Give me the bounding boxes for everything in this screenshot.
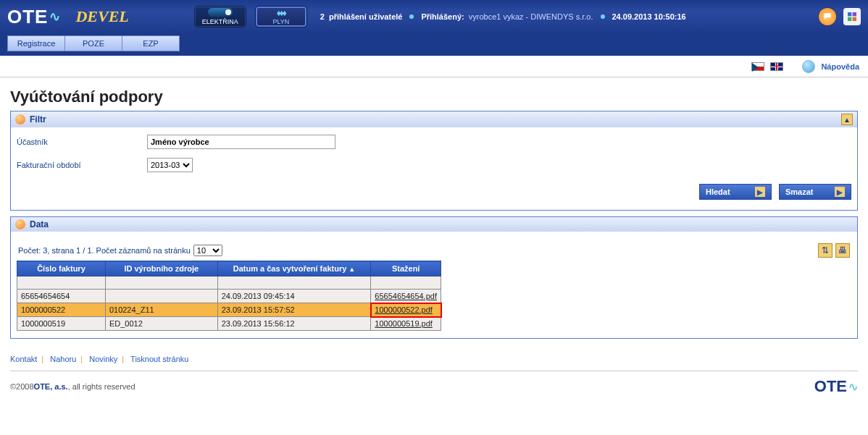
table-cell: ED_0012 [105, 317, 217, 331]
widgets-icon[interactable] [843, 8, 861, 25]
table-meta: Počet: 3, strana 1 / 1. Počet záznamů na… [17, 239, 851, 261]
col-source[interactable]: ID výrobního zdroje [105, 261, 217, 276]
download-link[interactable]: 1000000519.pdf [375, 319, 433, 328]
table-cell: 1000000519 [17, 317, 106, 331]
footer-link-news[interactable]: Novinky [89, 355, 117, 363]
svg-rect-1 [853, 12, 856, 16]
download-link[interactable]: 65654654654.pdf [375, 292, 437, 300]
table-row[interactable]: 1000000519ED_001223.09.2013 15:56:121000… [17, 317, 441, 331]
drop-icon: ♦♦♦ [277, 8, 285, 18]
col-created[interactable]: Datum a čas vytvoření faktury▲ [217, 261, 371, 276]
tab-electricity[interactable]: ELEKTŘINA [194, 6, 246, 28]
footer-links: Kontakt| Nahoru| Novinky| Tisknout strán… [10, 345, 858, 371]
export-icon[interactable]: ⇅ [818, 243, 832, 258]
sort-asc-icon: ▲ [349, 266, 355, 273]
print-icon[interactable]: 🖶 [835, 243, 850, 258]
filter-created[interactable] [217, 276, 371, 290]
svg-rect-3 [853, 17, 856, 21]
col-invoice[interactable]: Číslo faktury [17, 261, 106, 276]
period-label: Fakturační období [17, 161, 147, 169]
main-nav: Registrace POZE EZP [0, 33, 868, 56]
data-panel-header: Data [11, 217, 857, 232]
search-button[interactable]: Hledat ▶ [699, 184, 772, 200]
copyright: ©2008 OTE, a.s. , all rights reserved OT… [10, 371, 858, 402]
utility-strip: Nápověda [0, 56, 868, 77]
filter-heading: Filtr [30, 114, 46, 124]
tab-gas-label: PLYN [272, 18, 289, 25]
participant-label: Účastník [17, 138, 147, 146]
filter-panel: Filtr ▲ Účastník Fakturační období 2013-… [10, 111, 858, 211]
clear-button[interactable]: Smazat ▶ [779, 184, 851, 200]
data-panel-body: Počet: 3, strana 1 / 1. Počet záznamů na… [11, 232, 857, 338]
arrow-icon: ▶ [835, 187, 845, 197]
svg-rect-0 [848, 12, 851, 16]
table-row[interactable]: 1000000522010224_Z1123.09.2013 15:57:521… [17, 303, 441, 317]
panel-orb-icon [15, 219, 25, 229]
footer-link-contact[interactable]: Kontakt [10, 355, 37, 363]
page-size-select[interactable]: 10 [193, 245, 222, 256]
table-cell: 65654654654 [17, 290, 106, 303]
table-cell[interactable]: 65654654654.pdf [371, 290, 441, 303]
logo-text: OTE [7, 6, 48, 28]
filter-panel-header: Filtr ▲ [11, 111, 857, 127]
tab-gas[interactable]: ♦♦♦ PLYN [255, 6, 307, 28]
copy-rest: , all rights reserved [68, 382, 135, 391]
header-actions [819, 8, 861, 25]
lang-cz-icon[interactable] [751, 62, 764, 71]
table-cell: 24.09.2013 09:45:14 [217, 290, 371, 303]
user-name: vyrobce1 vykaz - DIWENDYS s.r.o. [469, 12, 593, 21]
filter-panel-body: Účastník Fakturační období 2013-03 Hleda… [11, 127, 857, 210]
separator-icon [409, 14, 414, 19]
period-select[interactable]: 2013-03 [147, 158, 193, 172]
download-link[interactable]: 1000000522.pdf [375, 305, 433, 314]
copy-year: ©2008 [10, 382, 34, 391]
user-label: Přihlášený: [421, 12, 464, 21]
server-time: 24.09.2013 10:50:16 [612, 12, 686, 21]
page-body: Vyúčtování podpory Filtr ▲ Účastník Fakt… [0, 77, 868, 416]
filter-invoice[interactable] [17, 276, 106, 290]
tab-electricity-label: ELEKTŘINA [202, 18, 238, 25]
table-meta-text: Počet: 3, strana 1 / 1. Počet záznamů na… [18, 246, 191, 255]
nav-registrace[interactable]: Registrace [7, 35, 65, 51]
nav-poze[interactable]: POZE [64, 35, 122, 51]
data-heading: Data [30, 219, 49, 229]
search-button-label: Hledat [706, 187, 730, 196]
invoice-table: Číslo faktury ID výrobního zdroje Datum … [17, 261, 441, 331]
logo-wave-icon: ∿ [49, 9, 61, 25]
help-icon[interactable] [802, 60, 815, 73]
nav-ezp[interactable]: EZP [122, 35, 180, 51]
copy-company: OTE, a.s. [34, 382, 68, 391]
footer-link-top[interactable]: Nahoru [50, 355, 76, 363]
svg-rect-2 [848, 17, 851, 21]
logged-count: 2 [320, 12, 325, 21]
participant-input[interactable] [147, 135, 335, 149]
page-title: Vyúčtování podpory [10, 88, 858, 106]
table-cell: 010224_Z11 [105, 303, 217, 317]
chat-icon[interactable] [819, 8, 836, 25]
table-cell[interactable]: 1000000522.pdf [371, 303, 441, 317]
table-cell: 23.09.2013 15:56:12 [217, 317, 371, 331]
table-cell: 1000000522 [17, 303, 106, 317]
table-cell [105, 290, 217, 303]
help-link[interactable]: Nápověda [821, 62, 859, 71]
footer-link-print[interactable]: Tisknout stránku [130, 355, 188, 363]
filter-source[interactable] [105, 276, 217, 290]
footer-logo: OTE∿ [814, 377, 858, 396]
filter-download[interactable] [371, 276, 441, 290]
panel-orb-icon [15, 114, 25, 124]
app-header: OTE ∿ DEVEL ELEKTŘINA ♦♦♦ PLYN 2 přihláš… [0, 0, 868, 33]
data-panel: Data Počet: 3, strana 1 / 1. Počet zázna… [10, 216, 858, 339]
table-cell: 23.09.2013 15:57:52 [217, 303, 371, 317]
separator-icon [601, 14, 605, 19]
collapse-icon[interactable]: ▲ [841, 114, 853, 125]
plug-icon [208, 8, 233, 17]
clear-button-label: Smazat [785, 187, 814, 196]
col-download[interactable]: Stažení [371, 261, 441, 276]
table-cell[interactable]: 1000000519.pdf [371, 317, 441, 331]
logged-label: přihlášení uživatelé [329, 12, 402, 21]
lang-en-icon[interactable] [770, 62, 783, 71]
table-row[interactable]: 6565465465424.09.2013 09:45:146565465465… [17, 290, 441, 303]
logo: OTE ∿ [7, 6, 61, 28]
arrow-icon: ▶ [755, 187, 765, 197]
environment-label: DEVEL [75, 7, 128, 26]
